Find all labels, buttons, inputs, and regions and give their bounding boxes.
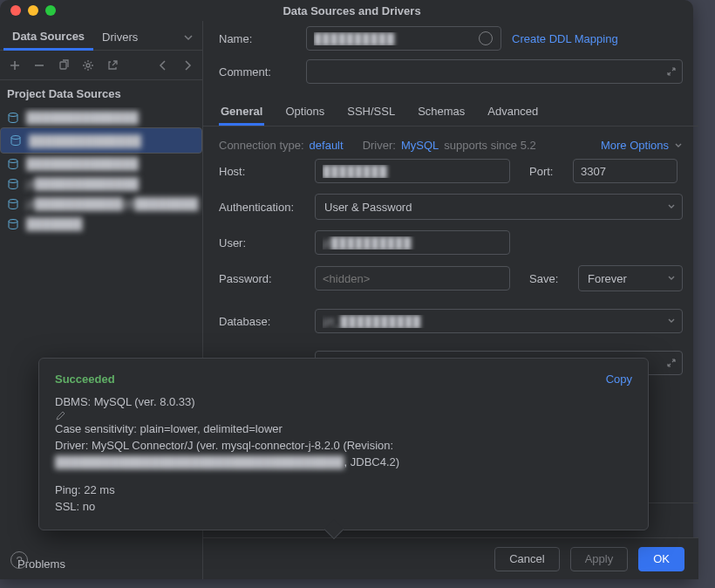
create-ddl-mapping-link[interactable]: Create DDL Mapping (512, 32, 618, 45)
host-input[interactable] (315, 159, 510, 183)
svg-point-1 (86, 64, 90, 67)
database-label: Database: (219, 315, 306, 328)
datasource-icon (10, 134, 22, 147)
password-label: Password: (219, 272, 306, 285)
svg-point-2 (9, 113, 17, 116)
titlebar: Data Sources and Drivers (0, 0, 693, 21)
driver-info-line2: ████████████████████████████████████, JD… (55, 455, 632, 471)
user-label: User: (219, 236, 306, 250)
external-link-icon[interactable] (106, 59, 119, 72)
copy-link[interactable]: Copy (606, 373, 632, 386)
data-source-item[interactable]: ██████████████ (0, 127, 202, 154)
driver-link[interactable]: MySQL (401, 139, 439, 152)
tab-ssh-ssl[interactable]: SSH/SSL (345, 99, 397, 126)
data-source-item[interactable]: ██████████████ (0, 154, 202, 174)
remove-button[interactable] (33, 59, 45, 72)
ssl-info: SSL: no (55, 499, 632, 516)
svg-point-5 (9, 179, 17, 182)
case-sensitivity-info: Case sensitivity: plain=lower, delimited… (55, 421, 632, 438)
tab-schemas[interactable]: Schemas (416, 99, 466, 126)
sidebar-tabs: Data Sources Drivers (0, 21, 202, 51)
chevron-down-icon[interactable] (674, 141, 683, 150)
svg-point-7 (9, 219, 17, 222)
tab-advanced[interactable]: Advanced (486, 99, 540, 126)
svg-rect-0 (60, 62, 66, 69)
tab-options[interactable]: Options (283, 99, 326, 126)
datasource-icon (7, 218, 19, 230)
host-label: Host: (219, 165, 306, 178)
port-input[interactable] (573, 159, 678, 183)
problems-section[interactable]: Problems (0, 549, 202, 579)
password-input[interactable] (315, 266, 510, 291)
svg-point-4 (9, 159, 17, 162)
comment-input[interactable] (306, 59, 683, 84)
sidebar-toolbar (0, 51, 202, 80)
connection-type-link[interactable]: default (310, 139, 344, 152)
save-select[interactable]: Forever (578, 265, 683, 291)
data-source-item[interactable]: jz█████████████ (0, 174, 202, 194)
add-button[interactable] (9, 59, 21, 72)
datasource-icon (7, 158, 19, 170)
user-input[interactable] (315, 230, 510, 255)
expand-icon[interactable] (666, 358, 677, 368)
more-options-link[interactable]: More Options (601, 139, 669, 152)
data-source-item[interactable]: ██████████████ (0, 107, 202, 127)
connection-meta: Connection type: default Driver: MySQL s… (203, 126, 698, 159)
datasource-icon (7, 178, 19, 190)
port-label: Port: (529, 165, 564, 178)
section-header: Project Data Sources (0, 80, 202, 107)
forward-icon[interactable] (181, 59, 194, 72)
duplicate-button[interactable] (58, 59, 70, 72)
dbms-info: DBMS: MySQL (ver. 8.0.33) (55, 395, 195, 408)
datasource-icon (7, 112, 19, 124)
button-bar: Cancel Apply OK (203, 537, 698, 579)
tab-data-sources[interactable]: Data Sources (3, 24, 93, 51)
settings-icon[interactable] (82, 59, 94, 72)
data-source-item[interactable]: ███████ (0, 214, 202, 234)
edit-icon[interactable] (55, 411, 632, 421)
data-source-item[interactable]: jz███████████@████████ (0, 194, 202, 214)
save-label: Save: (529, 272, 569, 285)
test-result-popup: Succeeded Copy DBMS: MySQL (ver. 8.0.33)… (38, 358, 649, 530)
ok-button[interactable]: OK (638, 547, 684, 571)
database-input[interactable] (315, 309, 683, 333)
expand-icon[interactable] (666, 66, 677, 77)
comment-label: Comment: (219, 65, 306, 79)
name-label: Name: (219, 32, 306, 45)
general-panel: Host: Port: Authentication: User & Passw… (203, 159, 698, 386)
datasource-icon (7, 198, 19, 210)
close-window-button[interactable] (10, 5, 21, 16)
cancel-button[interactable]: Cancel (494, 547, 559, 571)
ping-info: Ping: 22 ms (55, 482, 632, 499)
status-label: Succeeded (55, 373, 115, 386)
tabs-overflow-icon[interactable] (178, 32, 199, 43)
content-tabs: General Options SSH/SSL Schemas Advanced (203, 92, 698, 126)
authentication-label: Authentication: (219, 201, 306, 214)
name-input[interactable] (306, 26, 501, 51)
svg-point-3 (11, 136, 20, 140)
window-title: Data Sources and Drivers (21, 4, 683, 17)
help-button[interactable]: ? (10, 551, 28, 569)
apply-button: Apply (570, 547, 629, 571)
tab-drivers[interactable]: Drivers (93, 25, 146, 49)
tab-general[interactable]: General (219, 99, 264, 126)
driver-info-line1: Driver: MySQL Connector/J (ver. mysql-co… (55, 438, 632, 455)
back-icon[interactable] (157, 59, 169, 72)
svg-point-6 (9, 199, 17, 202)
authentication-select[interactable]: User & Password (315, 194, 683, 220)
